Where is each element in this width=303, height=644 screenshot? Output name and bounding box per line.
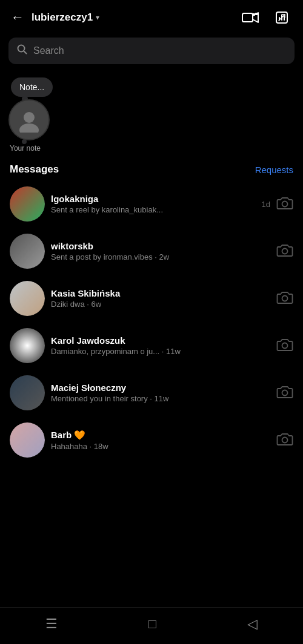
bottom-nav: ☰ □ ◁ [0, 607, 303, 644]
header: ← lubierzeczy1 ▾ [0, 0, 303, 33]
avatar [10, 186, 45, 222]
message-item[interactable]: Barb 🧡 Hahahaha · 18w [0, 416, 303, 464]
username-label: lubierzeczy1 [32, 12, 93, 24]
message-content: Maciej Słoneczny Mentioned you in their … [45, 383, 276, 403]
camera-icon[interactable] [276, 290, 293, 307]
message-name: Maciej Słoneczny [51, 383, 270, 393]
messages-header: Messages Requests [0, 159, 303, 180]
avatar-inner [10, 186, 45, 222]
compose-button[interactable] [271, 8, 292, 27]
message-item[interactable]: Maciej Słoneczny Mentioned you in their … [0, 369, 303, 416]
your-note-label: Your note [10, 144, 41, 153]
message-preview: Dziki dwa · 6w [51, 300, 270, 309]
message-list: lgokakniga Sent a reel by karolina_kubia… [0, 180, 303, 512]
camera-icon[interactable] [276, 196, 293, 212]
svg-point-9 [24, 112, 35, 123]
svg-line-8 [24, 51, 27, 54]
avatar [10, 328, 45, 363]
message-preview: Sent a post by ironman.vibes · 2w [51, 252, 270, 261]
search-icon [17, 44, 27, 58]
header-left: ← lubierzeczy1 ▾ [11, 10, 99, 25]
username-row[interactable]: lubierzeczy1 ▾ [32, 12, 99, 24]
avatar [10, 234, 45, 269]
requests-link[interactable]: Requests [255, 165, 293, 175]
messages-title: Messages [10, 163, 59, 176]
message-preview: Damianko, przypominam o ju... · 11w [51, 347, 270, 356]
chevron-down-icon: ▾ [96, 13, 99, 22]
note-bubble[interactable]: Note... [11, 77, 53, 97]
svg-point-11 [282, 202, 288, 207]
message-preview: Hahahaha · 18w [51, 442, 270, 451]
camera-icon[interactable] [276, 384, 293, 401]
camera-icon[interactable] [276, 337, 293, 354]
message-time: 1d [262, 200, 270, 209]
avatar [10, 375, 45, 410]
svg-rect-0 [242, 13, 253, 22]
message-preview: Sent a reel by karolina_kubiak... [51, 205, 250, 214]
message-item[interactable]: lgokakniga Sent a reel by karolina_kubia… [0, 180, 303, 228]
message-name: Kasia Skibińska [51, 288, 270, 298]
message-name: wiktorskb [51, 241, 270, 251]
svg-point-12 [282, 249, 288, 254]
svg-point-14 [282, 343, 288, 349]
avatar-inner [10, 328, 45, 363]
message-name: lgokakniga [51, 194, 250, 204]
svg-point-13 [282, 296, 288, 301]
avatar-inner [10, 375, 45, 410]
video-call-button[interactable] [240, 8, 261, 27]
avatar-inner [10, 281, 45, 316]
svg-rect-2 [255, 13, 258, 15]
note-avatar-circle [8, 99, 50, 140]
svg-rect-1 [253, 13, 255, 16]
message-item[interactable]: Karol Jawdoszuk Damianko, przypominam o … [0, 322, 303, 369]
avatar-inner [10, 422, 45, 458]
camera-icon[interactable] [276, 243, 293, 260]
avatar [10, 281, 45, 316]
notes-section: Note... Your note [0, 73, 303, 159]
search-bar[interactable]: Search [8, 38, 295, 64]
menu-icon[interactable]: ☰ [45, 616, 58, 632]
home-icon[interactable]: □ [148, 616, 156, 632]
back-nav-icon[interactable]: ◁ [247, 616, 258, 632]
message-content: Barb 🧡 Hahahaha · 18w [45, 430, 276, 451]
svg-point-10 [19, 123, 39, 133]
header-right [240, 8, 292, 27]
back-button[interactable]: ← [11, 10, 24, 25]
message-item[interactable]: Kasia Skibińska Dziki dwa · 6w [0, 275, 303, 322]
avatar [10, 422, 45, 458]
message-preview: Mentioned you in their story · 11w [51, 394, 270, 403]
camera-icon[interactable] [276, 432, 293, 448]
message-content: wiktorskb Sent a post by ironman.vibes ·… [45, 241, 276, 261]
your-note-avatar[interactable] [8, 99, 50, 140]
search-placeholder-text: Search [33, 45, 64, 56]
message-content: Kasia Skibińska Dziki dwa · 6w [45, 288, 276, 309]
svg-point-15 [282, 390, 288, 396]
message-content: Karol Jawdoszuk Damianko, przypominam o … [45, 335, 276, 356]
avatar-inner [10, 234, 45, 269]
svg-point-16 [282, 438, 288, 443]
message-name: Karol Jawdoszuk [51, 335, 270, 346]
message-content: lgokakniga Sent a reel by karolina_kubia… [45, 194, 256, 214]
message-name: Barb 🧡 [51, 430, 270, 441]
message-item[interactable]: wiktorskb Sent a post by ironman.vibes ·… [0, 228, 303, 275]
